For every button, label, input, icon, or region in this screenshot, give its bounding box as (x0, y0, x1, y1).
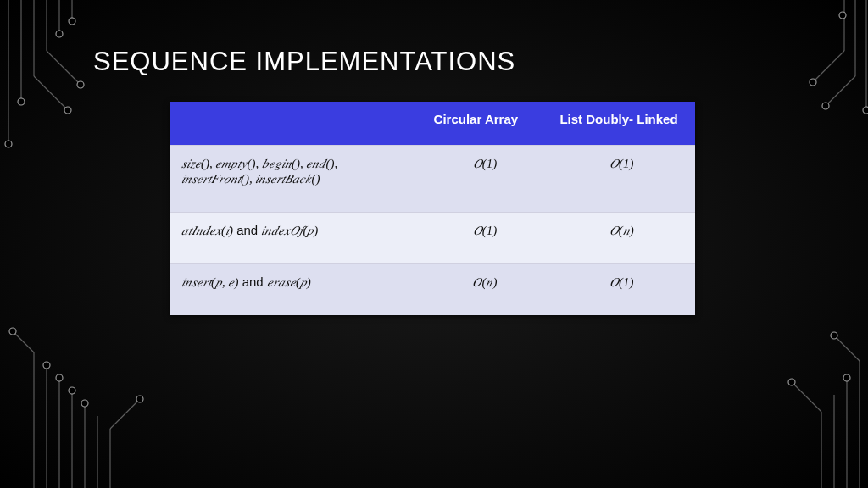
header-circular-array: Circular Array (422, 102, 548, 146)
cell-ops: 𝑎𝑡𝐼𝑛𝑑𝑒𝑥(𝑖) and 𝑖𝑛𝑑𝑒𝑥𝑂𝑓(𝑝) (170, 213, 422, 264)
svg-point-12 (56, 374, 63, 381)
table-header-row: Circular Array List Doubly- Linked (170, 102, 695, 146)
cell-list: 𝑂(1) (548, 146, 695, 213)
svg-point-8 (863, 107, 868, 114)
svg-point-7 (822, 103, 829, 109)
svg-point-6 (810, 79, 816, 86)
svg-point-16 (831, 332, 837, 339)
table-row: 𝑎𝑡𝐼𝑛𝑑𝑒𝑥(𝑖) and 𝑖𝑛𝑑𝑒𝑥𝑂𝑓(𝑝) 𝑂(1) 𝑂(𝑛) (170, 213, 695, 264)
decoration-top-right (766, 0, 868, 152)
svg-point-9 (839, 12, 846, 19)
svg-point-1 (18, 98, 25, 105)
cell-circ: 𝑂(1) (422, 213, 548, 264)
svg-point-15 (136, 396, 143, 402)
svg-point-17 (788, 379, 795, 385)
svg-point-10 (9, 328, 16, 335)
decoration-bottom-right (715, 319, 868, 488)
svg-point-13 (69, 387, 75, 394)
svg-point-3 (77, 81, 84, 88)
svg-point-5 (69, 18, 75, 25)
cell-circ: 𝑂(𝑛) (422, 264, 548, 316)
cell-ops: 𝑠𝑖𝑧𝑒(), 𝑒𝑚𝑝𝑡𝑦(), 𝑏𝑒𝑔𝑖𝑛(), 𝑒𝑛𝑑(), 𝑖𝑛𝑠𝑒𝑟𝑡𝐹… (170, 146, 422, 213)
header-doubly-linked: List Doubly- Linked (548, 102, 695, 146)
cell-list: 𝑂(1) (548, 264, 695, 316)
table-row: 𝑖𝑛𝑠𝑒𝑟𝑡(𝑝, 𝑒) and 𝑒𝑟𝑎𝑠𝑒(𝑝) 𝑂(𝑛) 𝑂(1) (170, 264, 695, 316)
cell-ops: 𝑖𝑛𝑠𝑒𝑟𝑡(𝑝, 𝑒) and 𝑒𝑟𝑎𝑠𝑒(𝑝) (170, 264, 422, 316)
decoration-bottom-left (0, 319, 186, 488)
svg-point-0 (5, 141, 12, 147)
cell-list: 𝑂(𝑛) (548, 213, 695, 264)
header-ops (170, 102, 422, 146)
complexity-table: Circular Array List Doubly- Linked 𝑠𝑖𝑧𝑒(… (170, 102, 695, 315)
svg-point-18 (843, 374, 850, 381)
svg-point-2 (64, 107, 71, 114)
cell-circ: 𝑂(1) (422, 146, 548, 213)
svg-point-14 (81, 400, 88, 407)
decoration-top-left (0, 0, 144, 169)
slide-title: SEQUENCE IMPLEMENTATIONS (93, 47, 515, 77)
svg-point-11 (43, 362, 50, 369)
svg-point-4 (56, 30, 63, 37)
table-row: 𝑠𝑖𝑧𝑒(), 𝑒𝑚𝑝𝑡𝑦(), 𝑏𝑒𝑔𝑖𝑛(), 𝑒𝑛𝑑(), 𝑖𝑛𝑠𝑒𝑟𝑡𝐹… (170, 146, 695, 213)
